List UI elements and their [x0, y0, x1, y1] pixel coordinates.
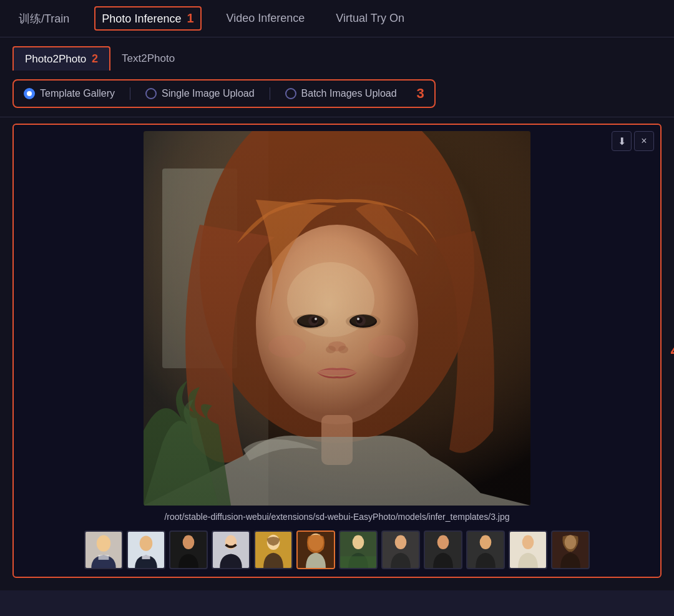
radio-divider-1	[130, 87, 130, 100]
svg-rect-43	[340, 556, 376, 568]
svg-point-31	[140, 536, 153, 551]
svg-rect-26	[144, 131, 530, 506]
panel-actions: ⬇ ×	[612, 131, 654, 151]
svg-point-51	[522, 535, 534, 549]
svg-rect-29	[99, 555, 109, 559]
radio-number-3: 3	[417, 86, 424, 102]
download-button[interactable]: ⬇	[612, 131, 632, 151]
sub-tab-bar: Photo2Photo 2 Text2Photo	[0, 37, 674, 71]
panel-number-4: 4	[670, 341, 674, 361]
thumbnail-2[interactable]	[127, 530, 165, 569]
svg-point-47	[437, 535, 449, 549]
thumbnail-12[interactable]	[551, 530, 590, 569]
main-image-area	[20, 131, 654, 506]
nav-virtual-tryon[interactable]: Virtual Try On	[330, 8, 411, 29]
svg-point-49	[480, 535, 492, 549]
radio-group: Template Gallery Single Image Upload Bat…	[12, 79, 436, 108]
tab-photo2photo[interactable]: Photo2Photo 2	[12, 46, 110, 71]
svg-point-34	[183, 535, 195, 549]
top-navigation: 训练/Train Photo Inference 1 Video Inferen…	[0, 0, 674, 37]
radio-template-gallery[interactable]: Template Gallery	[24, 88, 115, 99]
radio-circle-template	[24, 88, 35, 99]
close-button[interactable]: ×	[634, 131, 654, 151]
svg-point-42	[353, 535, 364, 549]
nav-number-1: 1	[187, 11, 193, 25]
radio-divider-2	[270, 87, 270, 100]
thumbnail-4[interactable]	[212, 530, 250, 569]
thumbnail-row	[20, 527, 654, 570]
thumbnail-6[interactable]	[296, 530, 335, 569]
thumbnail-11[interactable]	[509, 530, 547, 569]
nav-photo-inference[interactable]: Photo Inference 1	[94, 6, 201, 31]
main-content: 4 ⬇ ×	[0, 117, 674, 590]
svg-point-45	[395, 535, 407, 549]
nav-train[interactable]: 训练/Train	[12, 7, 76, 30]
thumbnail-3[interactable]	[169, 530, 208, 569]
thumbnail-10[interactable]	[466, 530, 505, 569]
svg-rect-32	[142, 555, 150, 559]
radio-circle-batch	[285, 88, 296, 99]
tab-text2photo[interactable]: Text2Photo	[110, 47, 186, 70]
thumbnail-5[interactable]	[254, 530, 293, 569]
radio-batch-images[interactable]: Batch Images Upload	[285, 88, 397, 99]
radio-single-image[interactable]: Single Image Upload	[145, 88, 255, 99]
thumbnail-9[interactable]	[424, 530, 462, 569]
image-panel: 4 ⬇ ×	[12, 124, 662, 578]
main-image-canvas	[144, 131, 530, 506]
thumbnail-1[interactable]	[84, 530, 123, 569]
thumbnail-8[interactable]	[381, 530, 420, 569]
sub-number-2: 2	[92, 52, 98, 65]
radio-circle-single	[145, 88, 157, 99]
thumbnail-7[interactable]	[339, 530, 378, 569]
svg-point-28	[97, 535, 110, 552]
nav-video-inference[interactable]: Video Inference	[220, 8, 311, 29]
file-path: /root/stable-diffusion-webui/extensions/…	[20, 506, 654, 527]
radio-section: Template Gallery Single Image Upload Bat…	[0, 71, 674, 117]
